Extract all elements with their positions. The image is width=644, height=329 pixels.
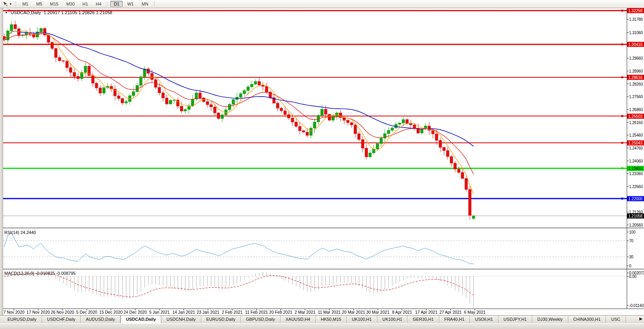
timeframe-button-m5[interactable]: M5	[33, 1, 45, 7]
timeframe-button-h4[interactable]: H4	[92, 1, 105, 7]
timeframe-button-h1[interactable]: H1	[79, 1, 91, 7]
rsi-indicator-label: RSI(14) 24.2440	[4, 230, 36, 235]
toolbar-separator	[154, 1, 155, 7]
chart-tab-fra40-h1[interactable]: FRA40,H1	[439, 316, 470, 323]
chart-tab-usdcnh-daily[interactable]: USDCNH,Daily	[161, 316, 201, 323]
status-bar	[0, 323, 644, 329]
macd-indicator-label: MACD(12,26,9) -0.010825 -0.008795	[4, 271, 76, 276]
timeframe-button-w1[interactable]: W1	[124, 1, 137, 7]
chart-tab-audusd-daily[interactable]: AUDUSD,Daily	[81, 316, 120, 323]
chart-tab-usdchf-daily[interactable]: USDCHF,Daily	[42, 316, 81, 323]
chart-tab-bar: EURUSD,DailyUSDCHF,DailyAUDUSD,DailyUSDC…	[0, 315, 644, 323]
toolbar: ▼ M1M5M15M30H1H4D1W1MN	[0, 0, 644, 8]
tab-scroll-right-button[interactable]: ▶	[639, 316, 642, 321]
chart-tab-xauusd-h4[interactable]: XAUUSD,H4	[280, 316, 316, 323]
chart-title: ▼ USDCAD,Daily 1.20917 1.21105 1.20826 1…	[5, 10, 112, 15]
timeframe-button-m1[interactable]: M1	[19, 1, 32, 7]
timeframe-button-m15[interactable]: M15	[46, 1, 62, 7]
timeframe-button-d1[interactable]: D1	[110, 1, 123, 7]
chart-tab-ger30-h1[interactable]: GER30,H1	[408, 316, 439, 323]
chart-tab-usc[interactable]: USC	[606, 316, 626, 323]
chart-tab-usdjpy-h1[interactable]: USDJPY,H1	[498, 316, 532, 323]
chart-tab-usoil-h1[interactable]: USOil,H1	[470, 316, 498, 323]
chart-ohlc-values: 1.20917 1.21105 1.20826 1.21058	[44, 10, 112, 15]
tool-dropdown-arrow-icon[interactable]: ▼	[9, 2, 14, 6]
chart-tab-usdcad-daily[interactable]: USDCAD,Daily	[120, 316, 161, 323]
chart-tab-dj30-weekly[interactable]: DJ30,Weekly	[532, 316, 568, 323]
chart-tab-gbpusd-daily[interactable]: GBPUSD,Daily	[241, 316, 280, 323]
chart-tab-eurusd-daily[interactable]: EURUSD,Daily	[201, 316, 241, 323]
chart-tab-hk50-m15[interactable]: HK50,M15	[316, 316, 347, 323]
chart-canvas[interactable]	[0, 0, 644, 329]
timeframe-button-mn[interactable]: MN	[138, 1, 152, 7]
crosshair-tool-icon[interactable]	[2, 1, 9, 7]
chart-tab-eurusd-daily[interactable]: EURUSD,Daily	[2, 316, 42, 323]
left-splitter[interactable]	[0, 8, 3, 315]
timeframe-button-group: M1M5M15M30H1H4D1W1MN	[18, 1, 152, 7]
chart-tab-china300-h1[interactable]: CHINA300,H1	[568, 316, 606, 323]
chart-tab-uk100-h1[interactable]: UK100,H1	[347, 316, 377, 323]
timeframe-button-m30[interactable]: M30	[63, 1, 78, 7]
toolbar-separator	[16, 1, 16, 7]
chart-tab-uk100-h1[interactable]: UK100,H1	[377, 316, 408, 323]
mt4-window: ▼ M1M5M15M30H1H4D1W1MN ▼ USDCAD,Daily 1.…	[0, 0, 644, 329]
chart-symbol-label: USDCAD,Daily	[11, 10, 41, 15]
toolbar-separator	[107, 1, 108, 7]
collapse-arrow-icon[interactable]: ▼	[5, 11, 8, 15]
